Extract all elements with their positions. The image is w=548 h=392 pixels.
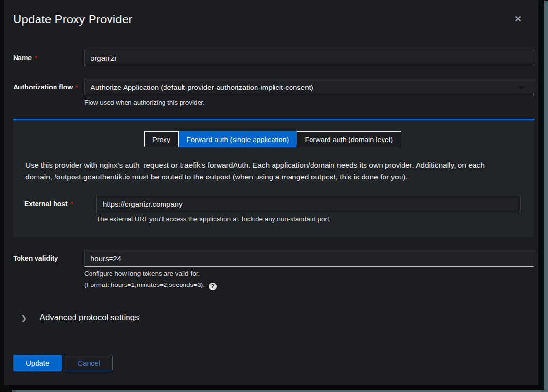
chevron-down-icon xyxy=(518,86,524,89)
modal-footer: Update Cancel xyxy=(13,355,534,380)
authorization-flow-selected-value: Authorize Application (default-provider-… xyxy=(91,83,313,91)
external-host-help: The external URL you'll access the appli… xyxy=(96,215,521,223)
token-validity-label: Token validity xyxy=(13,250,84,262)
name-label: Name* xyxy=(13,50,84,62)
name-input[interactable] xyxy=(84,50,534,66)
authorization-flow-select[interactable]: Authorize Application (default-provider-… xyxy=(84,79,534,95)
required-marker: * xyxy=(75,84,78,91)
external-host-label-text: External host xyxy=(24,200,68,208)
mode-description: Use this provider with nginx's auth_requ… xyxy=(25,160,512,183)
authorization-flow-row: Authorization flow* Authorize Applicatio… xyxy=(13,79,534,106)
token-validity-row: Token validity Configure how long tokens… xyxy=(13,250,534,290)
update-proxy-provider-modal: Update Proxy Provider ✕ Name* Authorizat… xyxy=(4,0,538,385)
chevron-right-icon: ❯ xyxy=(21,314,27,321)
name-field-row: Name* xyxy=(13,50,534,66)
external-host-input[interactable] xyxy=(96,196,521,212)
cancel-button[interactable]: Cancel xyxy=(65,355,113,371)
advanced-protocol-settings-label: Advanced protocol settings xyxy=(40,313,139,322)
proxy-mode-panel: Proxy Forward auth (single application) … xyxy=(13,119,534,237)
name-label-text: Name xyxy=(13,54,32,62)
authorization-flow-label-text: Authorization flow xyxy=(13,83,73,91)
screen: Update Proxy Provider ✕ Name* Authorizat… xyxy=(0,0,548,392)
tab-forward-auth-single-application[interactable]: Forward auth (single application) xyxy=(179,131,297,147)
external-host-row: External host* The external URL you'll a… xyxy=(24,196,521,223)
token-validity-help-line1: Configure how long tokens are valid for. xyxy=(84,270,534,277)
authorization-flow-help: Flow used when authorizing this provider… xyxy=(84,99,534,106)
question-circle-icon[interactable]: ? xyxy=(209,283,217,290)
page-edge-bottom xyxy=(12,389,548,392)
authorization-flow-label: Authorization flow* xyxy=(13,79,84,91)
page-edge-right xyxy=(544,1,548,392)
required-marker: * xyxy=(71,200,73,208)
modal-body: Name* Authorization flow* Authorize Appl… xyxy=(4,50,538,380)
required-marker: * xyxy=(35,54,37,62)
token-validity-format-text: (Format: hours=1;minutes=2;seconds=3). xyxy=(84,281,205,288)
token-validity-input[interactable] xyxy=(84,250,534,267)
update-button[interactable]: Update xyxy=(13,355,62,371)
advanced-protocol-settings-expander[interactable]: ❯ Advanced protocol settings xyxy=(21,313,139,322)
token-validity-help-line2: (Format: hours=1;minutes=2;seconds=3). ? xyxy=(84,281,534,290)
tab-proxy[interactable]: Proxy xyxy=(144,131,179,147)
modal-header: Update Proxy Provider ✕ xyxy=(4,0,538,26)
page-title: Update Proxy Provider xyxy=(13,13,519,26)
proxy-mode-tab-group: Proxy Forward auth (single application) … xyxy=(24,131,521,147)
tab-forward-auth-domain-level[interactable]: Forward auth (domain level) xyxy=(297,131,401,147)
external-host-label: External host* xyxy=(24,196,96,208)
close-icon[interactable]: ✕ xyxy=(514,15,522,23)
